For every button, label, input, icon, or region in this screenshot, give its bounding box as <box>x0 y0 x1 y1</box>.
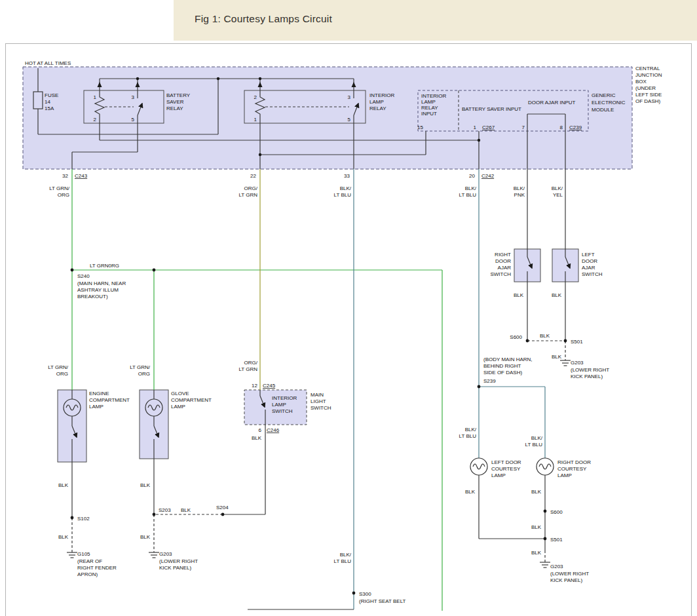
splice-s240 <box>71 269 74 272</box>
left-courtesy-name: COURTESY <box>491 466 521 472</box>
wire-label: BLK/ <box>552 185 563 191</box>
wire-blk-lt-blu <box>354 169 545 609</box>
out-pin-32: 32 <box>62 173 68 179</box>
connector-c246: C246 <box>267 427 280 433</box>
ground-g203-door-ajar <box>560 360 571 366</box>
ground-g203-note: (LOWER RIGHT <box>550 571 589 577</box>
splice-s239-note: (BODY MAIN HARN, <box>483 356 533 362</box>
splice-s239-note: BEHIND RIGHT <box>483 363 521 369</box>
wire-label: BLK <box>531 524 542 530</box>
right-ajar-name: DOOR <box>495 258 511 264</box>
main-light-switch-name: MAIN <box>311 392 324 398</box>
bsr-pin: 5 <box>132 117 135 123</box>
splice-s600 <box>526 339 529 343</box>
splice-s239-label: S239 <box>483 378 496 384</box>
ilr-name-line: RELAY <box>369 106 386 111</box>
splice-s240-note: ASHTRAY ILLUM <box>77 287 119 293</box>
splice-s300-label: S300 <box>359 591 371 597</box>
gem-pin-7: 7 <box>522 125 525 130</box>
splice-s203-label: S203 <box>159 507 171 513</box>
ilr-pin: 1 <box>254 117 257 123</box>
splice-s240-label: S240 <box>77 273 90 279</box>
out-pin-33: 33 <box>344 173 350 179</box>
fuse-number: 14 <box>45 99 50 105</box>
bsr-name-line: RELAY <box>166 106 183 111</box>
wire-label: ORG <box>58 192 69 198</box>
cjb-name-line: LEFT SIDE <box>635 92 662 98</box>
gem-input-battery-saver: BATTERY SAVER INPUT <box>462 106 521 112</box>
courtesy-lamps-wiring-diagram: HOT AT ALL TIMES CENTRAL JUNCTION BOX (U… <box>0 0 697 616</box>
connector-c267: C267 <box>482 125 495 130</box>
wire-label: BLK <box>552 354 562 360</box>
bsr-pin: 3 <box>132 94 135 100</box>
ground-g203-note: (LOWER RIGHT <box>159 558 198 564</box>
lamp-bulb-icon <box>537 458 554 475</box>
wire-label: ORG/ <box>244 360 258 366</box>
hot-at-all-times-label: HOT AT ALL TIMES <box>25 60 71 66</box>
right-courtesy-name: COURTESY <box>557 466 587 472</box>
gem-pin-1: 1 <box>474 125 477 130</box>
glove-lamp-name: LAMP <box>171 404 185 410</box>
splice-s239-note: SIDE OF DASH) <box>483 370 522 375</box>
glove-lamp-name: COMPARTMENT <box>171 397 212 403</box>
wire-label: BLK <box>140 534 151 540</box>
ground-g203-note: KICK PANEL) <box>159 565 192 571</box>
connector-c239: C239 <box>569 125 582 130</box>
right-ajar-name: RIGHT <box>495 252 511 258</box>
wire-label: ORG/ <box>244 185 258 191</box>
wire-label: BLK/ <box>340 185 352 191</box>
splice-s600 <box>544 510 547 513</box>
cjb-name-line: OF DASH) <box>635 98 661 104</box>
wire-label: BLK <box>58 534 69 540</box>
wire-label: BLK <box>514 292 524 298</box>
splice-s600-label: S600 <box>510 334 522 340</box>
bsr-name-line: BATTERY <box>166 92 191 98</box>
connector-c242: C242 <box>481 173 495 179</box>
wire-label: BLK <box>531 489 542 495</box>
splice-s102 <box>71 516 74 520</box>
splice-s501-label: S501 <box>550 537 563 543</box>
wire-label: LT GRN/ <box>49 185 70 191</box>
ground-g105-label: G105 <box>77 551 90 557</box>
wire-label: BLK/ <box>340 552 352 558</box>
ilr-pin: 3 <box>348 94 351 100</box>
ilr-pin: 5 <box>348 117 351 123</box>
left-ajar-name: SWITCH <box>582 271 603 277</box>
interior-switch-name: INTERIOR <box>272 395 297 401</box>
ground-g105-note: RIGHT FENDER <box>77 565 117 571</box>
bsr-name-line: SAVER <box>166 99 184 105</box>
main-light-switch-name: LIGHT <box>311 398 326 404</box>
main-light-switch-name: SWITCH <box>311 405 331 411</box>
wire-label: BLK <box>252 435 262 441</box>
bsr-pin: 1 <box>94 94 97 100</box>
wire-label: BLK <box>465 489 476 495</box>
ground-g203-label: G203 <box>571 360 584 366</box>
splice-s204-label: S204 <box>216 505 229 510</box>
left-ajar-name: DOOR <box>582 258 597 264</box>
splice-s501-label: S501 <box>571 339 583 345</box>
splice-s239 <box>478 385 481 389</box>
ground-g105-note: (REAR OF <box>77 558 102 564</box>
gem-name-line: MODULE <box>592 107 614 113</box>
out-pin-20: 20 <box>469 173 475 179</box>
wire-label: BLK <box>58 482 69 488</box>
wiring-diagram-page: { "header": { "title": "Fig 1: Courtesy … <box>0 0 697 616</box>
splice-s240-note: (MAIN HARN, NEAR <box>77 280 126 286</box>
engine-lamp-name: ENGINE <box>89 391 109 396</box>
gem-name-line: ELECTRONIC <box>592 100 626 106</box>
wire-label: LT BLU <box>459 192 477 198</box>
right-ajar-name: AJAR <box>498 265 512 271</box>
gem-input-ilr-line: INPUT <box>421 111 437 117</box>
wire-label: BLK <box>140 482 151 488</box>
gem-input-ilr-line: RELAY <box>421 105 438 111</box>
connector-c243: C243 <box>75 173 88 179</box>
left-ajar-name: AJAR <box>582 265 595 271</box>
engine-lamp-name: LAMP <box>89 404 104 410</box>
gem-input-ilr-line: INTERIOR <box>421 93 446 99</box>
left-courtesy-name: LEFT DOOR <box>491 459 521 465</box>
ilr-name-line: INTERIOR <box>369 92 394 98</box>
out-pin-22: 22 <box>250 173 256 179</box>
wire-label: YEL <box>553 192 563 198</box>
gem-pin-8: 8 <box>560 125 563 130</box>
splice-s300 <box>352 592 356 595</box>
